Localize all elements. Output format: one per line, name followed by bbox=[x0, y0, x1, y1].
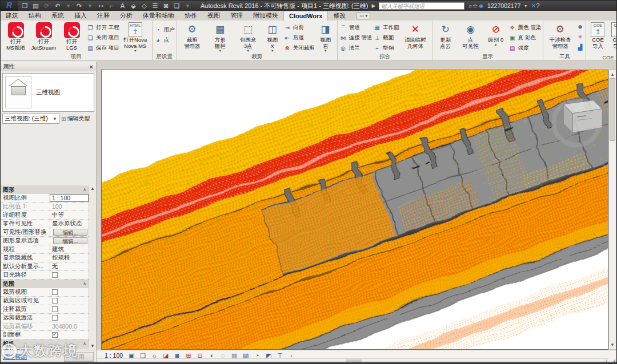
coe-import-button[interactable]: COE↥COE 导入 bbox=[588, 22, 607, 54]
vertical-scrollbar[interactable]: ▲ ▼ bbox=[608, 70, 616, 350]
property-value[interactable]: 建筑 bbox=[50, 245, 89, 253]
save-icon[interactable]: ▤ bbox=[31, 2, 41, 10]
properties-header[interactable]: 属性 ✕ bbox=[1, 62, 96, 71]
tab-结构[interactable]: 结构 bbox=[23, 11, 46, 21]
scroll-up-icon[interactable]: ▲ bbox=[89, 185, 96, 192]
close-hidden-windows-icon[interactable]: ⊠ bbox=[161, 2, 171, 10]
tab-体量和场地[interactable]: 体量和场地 bbox=[138, 11, 179, 21]
tab-修改[interactable]: 修改 bbox=[328, 11, 351, 21]
section-header[interactable]: 范围∧ bbox=[1, 280, 89, 288]
redo-caret-icon[interactable]: ▾ bbox=[85, 2, 95, 10]
property-value[interactable]: 无 bbox=[50, 262, 89, 270]
tab-协作[interactable]: 协作 bbox=[179, 11, 202, 21]
edit-type-button[interactable]: ⊞ 编辑类型 bbox=[61, 115, 90, 123]
aligned-dimension-icon[interactable]: ⌐ bbox=[107, 2, 117, 10]
color-render-button[interactable]: ❖颜色 渲染 bbox=[508, 23, 542, 33]
application-menu-button[interactable]: R bbox=[1, 1, 18, 11]
scroll-down-icon[interactable]: ▼ bbox=[89, 343, 96, 350]
true-color-button[interactable]: ▣真 彩色 bbox=[508, 33, 542, 43]
open-document-icon[interactable]: ❐ bbox=[20, 2, 30, 10]
open-lgs-button[interactable]: 打开 LGS bbox=[58, 22, 85, 54]
checkbox[interactable] bbox=[52, 332, 58, 338]
close-clip-button[interactable]: ⊗关闭裁剪 bbox=[283, 43, 315, 53]
sync-with-central-icon[interactable]: ⟳ bbox=[42, 2, 51, 10]
point-layer-button[interactable]: ◕点 bbox=[154, 35, 175, 45]
view-right-clip-button[interactable]: ◨视图 右▾ bbox=[316, 22, 335, 54]
bounding-box-3pt-button[interactable]: ⬚包围盒 3点▾ bbox=[235, 22, 262, 54]
intensity-button[interactable]: ▤强度 bbox=[508, 43, 542, 53]
tab-分析[interactable]: 分析 bbox=[115, 11, 138, 21]
checkbox[interactable] bbox=[52, 306, 58, 312]
open-nova-button[interactable]: HTML↥ 打开Nova Nova MS▾ bbox=[121, 22, 150, 54]
tab-附加模块[interactable]: 附加模块 bbox=[248, 11, 283, 21]
checkbox[interactable] bbox=[52, 315, 58, 321]
tool-stats-button[interactable]: ▟ bbox=[576, 42, 584, 52]
search-input[interactable]: 键入关键字或短语 bbox=[379, 2, 464, 10]
section-header[interactable]: 图形∧ bbox=[1, 185, 89, 194]
tab-CloudWorx[interactable]: CloudWorx bbox=[283, 11, 328, 21]
checkbox[interactable] bbox=[52, 272, 58, 278]
ribbon-display-toggle[interactable]: ▭ ▾ bbox=[356, 12, 370, 19]
open-jetstream-button[interactable]: 打开 JetStream bbox=[30, 22, 57, 54]
text-icon[interactable]: A bbox=[118, 2, 127, 10]
save-project-button[interactable]: ▤保存 项目 bbox=[86, 43, 119, 53]
close-icon[interactable]: ✕ bbox=[89, 64, 94, 70]
property-value[interactable]: 中等 bbox=[50, 211, 89, 219]
type-selector[interactable]: 三维视图 bbox=[2, 73, 94, 112]
open-project-button[interactable]: ❐打开 工程 bbox=[86, 23, 119, 33]
level-0-button[interactable]: ⊘级别 0▾ bbox=[484, 22, 507, 54]
view-type-dropdown[interactable]: 三维视图: (三维)▼ bbox=[2, 114, 59, 124]
user-layer-button[interactable]: ◔用户 bbox=[154, 25, 175, 35]
exchange-apps-icon[interactable]: ✕ bbox=[531, 2, 536, 9]
user-menu-caret-icon[interactable]: ▾ bbox=[524, 3, 527, 9]
3d-viewport[interactable] bbox=[101, 70, 608, 350]
tab-注释[interactable]: 注释 bbox=[92, 11, 115, 21]
close-project-button[interactable]: ❏关闭 项目 bbox=[86, 33, 119, 43]
scroll-down-icon[interactable]: ▼ bbox=[609, 341, 616, 349]
clip-manager-button[interactable]: ⚙裁剪 管理器 bbox=[179, 22, 206, 54]
infocenter-arrow-icon[interactable]: ▶ bbox=[371, 3, 375, 9]
connect-pipe-button[interactable]: ⋈连接 管道 bbox=[339, 33, 372, 43]
signed-in-user[interactable]: 1227002177 bbox=[487, 2, 520, 9]
property-value[interactable]: 按规程 bbox=[50, 254, 89, 262]
property-value[interactable]: 1 : 100 bbox=[50, 194, 89, 202]
default-3d-view-icon[interactable]: ⬙ bbox=[129, 2, 138, 10]
tool-dismiss-button[interactable]: ✳ bbox=[576, 32, 584, 42]
open-ms-view-button[interactable]: 打开 MS视图 bbox=[2, 22, 29, 54]
thin-lines-icon[interactable]: ☰ bbox=[150, 2, 160, 10]
property-value[interactable]: 显示原状态 bbox=[50, 220, 89, 228]
coe-export-button[interactable]: COE↧COE 导出 bbox=[608, 22, 617, 54]
steel-shape-button[interactable]: ⌁型钢 bbox=[373, 43, 399, 53]
point-visibility-button[interactable]: ◉点 可见性 bbox=[458, 22, 483, 54]
tab-系统[interactable]: 系统 bbox=[46, 11, 69, 21]
clash-manager-button[interactable]: ⚙干涉检查 管理器 bbox=[545, 22, 575, 54]
property-value[interactable]: 304800.0 bbox=[50, 322, 89, 330]
switch-windows-icon[interactable]: ❏ bbox=[172, 2, 182, 10]
tab-建筑[interactable]: 建筑 bbox=[1, 11, 23, 21]
rect-fence-button[interactable]: ▩方形 栅栏▾ bbox=[207, 22, 234, 54]
work-plane-button[interactable]: ▦工作面 bbox=[373, 23, 399, 33]
edit-button[interactable]: 编辑... bbox=[53, 237, 87, 244]
view-x-clip-button[interactable]: ◫视图 X▾ bbox=[263, 22, 282, 54]
undo-icon[interactable]: ↶ bbox=[53, 2, 62, 10]
subscription-icon[interactable]: ☆ bbox=[472, 2, 478, 9]
tool-person-button[interactable]: ☻ bbox=[576, 22, 584, 31]
section-fit-button[interactable]: ⊥截面 bbox=[373, 33, 399, 43]
tab-管理[interactable]: 管理 bbox=[225, 11, 248, 21]
edit-button[interactable]: 编辑... bbox=[53, 229, 87, 236]
clip-forward-button[interactable]: ⇥向前 bbox=[283, 23, 315, 33]
measure-icon[interactable]: ⇿ bbox=[96, 2, 106, 10]
scrollbar-thumb[interactable] bbox=[610, 78, 615, 141]
help-icon[interactable]: ? bbox=[536, 2, 540, 9]
tab-插入[interactable]: 插入 bbox=[69, 11, 92, 21]
scroll-up-icon[interactable]: ▲ bbox=[609, 71, 616, 78]
undo-caret-icon[interactable]: ▾ bbox=[63, 2, 73, 10]
clip-back-button[interactable]: ⇤后退 bbox=[283, 33, 315, 43]
tab-视图[interactable]: 视图 bbox=[202, 11, 225, 21]
customize-qat-icon[interactable]: ▾ bbox=[183, 2, 193, 10]
property-value[interactable]: 100 bbox=[50, 203, 89, 211]
sign-in-icon[interactable]: ☻ bbox=[478, 2, 484, 9]
fit-pipe-button[interactable]: ⌒管道 bbox=[339, 23, 372, 33]
section-icon[interactable]: ◇ bbox=[139, 2, 149, 10]
redo-icon[interactable]: ↷ bbox=[74, 2, 84, 10]
